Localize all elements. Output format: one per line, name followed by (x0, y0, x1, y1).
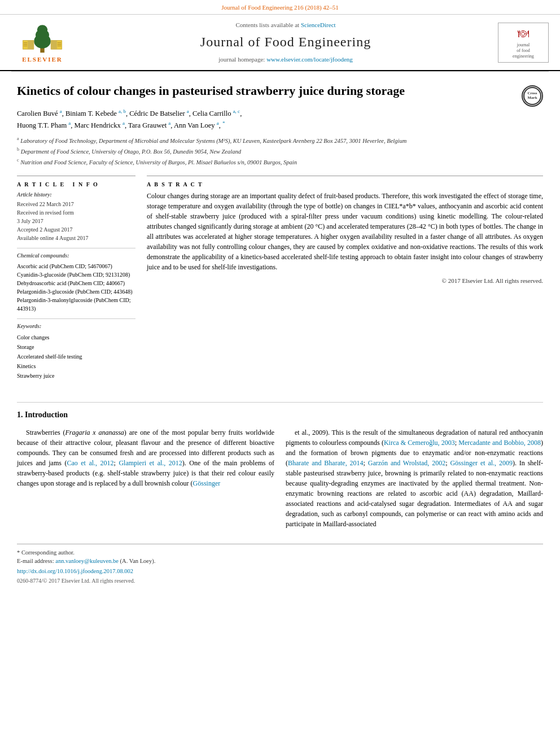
journal-logo-label: journalof foodengineering (513, 42, 534, 60)
svg-point-3 (37, 25, 47, 35)
sciencedirect-link[interactable]: ScienceDirect (301, 21, 336, 28)
author-celia: Celia Carrillo a, c, (193, 110, 242, 117)
crossmark-badge: Cross Mark (522, 85, 543, 107)
ref-gossinger2009[interactable]: Gössinger et al., 2009 (450, 459, 513, 467)
svg-text:Cross: Cross (528, 91, 537, 95)
author-ann: Ann Van Loey a, * (174, 121, 225, 129)
received-date: Received 22 March 2017 (17, 200, 135, 208)
ref-garzon2002[interactable]: Garzón and Wrolstad, 2002 (368, 459, 446, 467)
kw-strawberry: Strawberry juice (17, 371, 135, 381)
keywords-block: Keywords: Color changes Storage Accelera… (17, 318, 135, 381)
intro-col1: Strawberries (Fragaria x ananassa) are o… (17, 427, 274, 534)
kw-storage: Storage (17, 342, 135, 352)
email-link[interactable]: ann.vanloey@kuleuven.be (55, 558, 119, 564)
kw-kinetics: Kinetics (17, 361, 135, 371)
email-note: E-mail address: ann.vanloey@kuleuven.be … (17, 557, 543, 566)
intro-body-columns: Strawberries (Fragaria x ananassa) are o… (17, 427, 543, 534)
journal-name: Journal of Food Engineering (85, 33, 487, 52)
accepted-date: Accepted 2 August 2017 (17, 225, 135, 234)
kw-shelf-life: Accelerated shelf-life testing (17, 352, 135, 361)
article-title: Kinetics of colour changes in pasteurise… (17, 83, 543, 99)
right-column: A B S T R A C T Colour changes during st… (147, 176, 543, 386)
main-content: Cross Mark Kinetics of colour changes in… (0, 72, 560, 596)
chem-cyanidin: Cyanidin-3-glucoside (PubChem CID; 92131… (17, 270, 135, 279)
ref-cao2012[interactable]: Cao et al., 2012 (67, 459, 113, 467)
svg-text:Mark: Mark (527, 95, 537, 100)
author-carolien: Carolien Buvé a, (17, 110, 65, 117)
journal-homepage-line: journal homepage: www.elsevier.com/locat… (85, 55, 487, 64)
affil-b: b Department of Food Science, University… (17, 146, 543, 156)
history-label: Article history: (17, 191, 135, 199)
issn-line: 0260-8774/© 2017 Elsevier Ltd. All right… (17, 577, 543, 585)
corresponding-note: * Corresponding author. (17, 549, 543, 557)
revised-label: Received in revised form (17, 208, 135, 217)
journal-header: ELSEVIER Contents lists available at Sci… (0, 15, 560, 71)
chem-pelargonidin: Pelargonidin-3-glucoside (PubChem CID; 4… (17, 287, 135, 296)
author-marc: Marc Hendrickx a, (75, 121, 128, 129)
title-area: Cross Mark Kinetics of colour changes in… (17, 83, 543, 99)
intro-heading: 1. Introduction (17, 409, 543, 421)
doi-link[interactable]: http://dx.doi.org/10.1016/j.jfoodeng.201… (17, 568, 133, 574)
affil-c: c Nutrition and Food Science, Faculty of… (17, 157, 543, 167)
article-body-columns: A R T I C L E I N F O Article history: R… (17, 176, 543, 386)
chem-pelargonidin-malonyl: Pelargonidin-3-malonylglucoside (PubChem… (17, 296, 135, 313)
online-date: Available online 4 August 2017 (17, 234, 135, 242)
homepage-link[interactable]: www.elsevier.com/locate/jfoodeng (266, 56, 353, 63)
journal-reference: Journal of Food Engineering 216 (2018) 4… (221, 4, 339, 11)
author-biniam: Biniam T. Kebede a, b, (65, 110, 129, 117)
abstract-header: A B S T R A C T (147, 181, 543, 189)
article-info-header: A R T I C L E I N F O (17, 181, 135, 189)
affil-a: a Laboratory of Food Technology, Departm… (17, 136, 543, 145)
ref-glampieri2012[interactable]: Glampieri et al., 2012 (119, 459, 182, 467)
ref-bharate2014[interactable]: Bharate and Bharate, 2014 (288, 459, 364, 467)
left-column: A R T I C L E I N F O Article history: R… (17, 176, 135, 386)
author-cedric: Cédric De Batselier a, (129, 110, 193, 117)
svg-rect-5 (23, 41, 28, 49)
intro-para2: et al., 2009). This is the result of the… (286, 427, 543, 529)
affiliations: a Laboratory of Food Technology, Departm… (17, 136, 543, 167)
ref-gossinger[interactable]: Gössinger (193, 479, 221, 487)
sciencedirect-line: Contents lists available at ScienceDirec… (85, 21, 487, 29)
revised-date: 3 July 2017 (17, 217, 135, 225)
footnote-area: * Corresponding author. E-mail address: … (17, 544, 543, 585)
crossmark-icon: Cross Mark (522, 85, 543, 107)
chemical-compounds-block: Chemical compounds: Ascorbic acid (PubCh… (17, 248, 135, 313)
authors-line: Carolien Buvé a, Biniam T. Kebede a, b, … (17, 107, 543, 130)
article-history-block: Article history: Received 22 March 2017 … (17, 191, 135, 242)
elsevier-tree-icon (20, 20, 65, 54)
chem-label: Chemical compounds: (17, 252, 135, 260)
svg-rect-7 (57, 41, 62, 49)
keywords-label: Keywords: (17, 322, 135, 330)
chem-ascorbic: Ascorbic acid (PubChem CID; 54670067) (17, 262, 135, 270)
author-tara: Tara Grauwet a, (128, 121, 174, 129)
chem-dehydro: Dehydroascorbic acid (PubChem CID; 44066… (17, 279, 135, 287)
ref-kirca2003[interactable]: Kirca & Cemeroğlu, 2003 (384, 439, 455, 447)
introduction-section: 1. Introduction Strawberries (Fragaria x… (17, 402, 543, 534)
intro-col2: et al., 2009). This is the result of the… (286, 427, 543, 534)
elsevier-wordmark: ELSEVIER (22, 55, 63, 64)
journal-logo-icon: 🍽 (518, 25, 529, 41)
copyright-notice: © 2017 Elsevier Ltd. All rights reserved… (147, 277, 543, 285)
author-huong: Huong T.T. Pham a, (17, 121, 75, 129)
elsevier-logo: ELSEVIER (11, 20, 73, 64)
kw-color: Color changes (17, 333, 135, 342)
top-bar: Journal of Food Engineering 216 (2018) 4… (0, 0, 560, 15)
doi-line: http://dx.doi.org/10.1016/j.jfoodeng.201… (17, 567, 543, 576)
journal-logo-box: 🍽 journalof foodengineering (498, 23, 549, 63)
intro-para1: Strawberries (Fragaria x ananassa) are o… (17, 427, 274, 488)
ref-mercadante2008[interactable]: Mercadante and Bobbio, 2008 (458, 439, 541, 447)
journal-header-center: Contents lists available at ScienceDirec… (73, 21, 498, 64)
abstract-body: Colour changes during storage are an imp… (147, 191, 543, 272)
